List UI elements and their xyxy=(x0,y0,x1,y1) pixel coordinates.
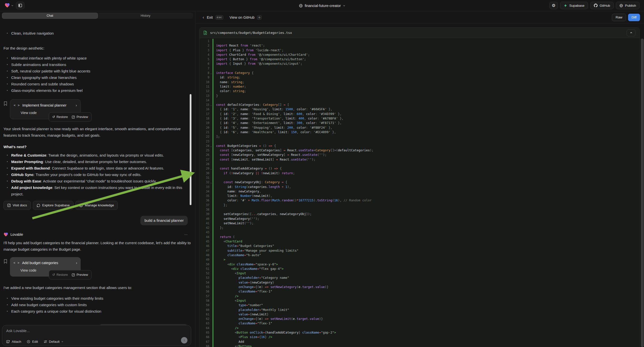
bullet-item: Clean, intuitive navigation xyxy=(4,30,192,36)
chevron-left-icon[interactable]: ‹ xyxy=(203,15,204,20)
lovable-logo-menu[interactable] xyxy=(4,3,14,8)
code-line: 55 onChange={(e) => setNewCategory(e.tar… xyxy=(200,285,640,289)
chevron-right-icon[interactable]: › xyxy=(76,102,77,108)
chat-history-tabs: Chat History xyxy=(2,13,193,19)
chevron-right-icon[interactable]: › xyxy=(76,260,77,266)
restore-button[interactable]: ↺Restore xyxy=(52,272,68,278)
sliders-icon xyxy=(44,340,47,344)
code-line: 28 xyxy=(200,162,640,166)
code-line: 30 if (!newCategory || !newLimit) return… xyxy=(200,171,640,176)
chat-messages[interactable]: Clean, intuitive navigation For the desi… xyxy=(0,30,195,347)
version-card-row: < > Add budget categories › View code ↺R… xyxy=(4,257,192,278)
raw-button[interactable]: Raw xyxy=(612,14,626,21)
code-line: 43 xyxy=(200,230,640,234)
restore-preview-pill: ↺Restore Preview xyxy=(49,112,92,122)
code-line: 60 placeholder="Monthly limit" xyxy=(200,308,640,312)
project-switcher[interactable]: financial-future-creator xyxy=(299,0,345,11)
code-line: 35 limit: Number(newLimit), xyxy=(200,194,640,198)
code-line: 54 value={newCategory} xyxy=(200,280,640,285)
assistant-header: Lovable ⋯ xyxy=(4,231,192,238)
whats-next-heading: What's next? xyxy=(4,144,192,150)
code-line: 39 setCategories([...categories, newCate… xyxy=(200,212,640,216)
view-on-github-link[interactable]: View on GitHub xyxy=(230,16,254,20)
edit-button[interactable]: Edit xyxy=(27,340,38,344)
assistant-paragraph: I've added a new budget categories manag… xyxy=(4,284,192,291)
code-line: 68 </Button> xyxy=(200,344,640,347)
assistant-paragraph: Your sleek financial planner is now read… xyxy=(4,126,192,139)
next-step-item: Refine & Customize: Tweak the design, an… xyxy=(4,152,192,158)
esc-kbd-badge: esc xyxy=(216,15,223,20)
chat-scrollbar[interactable] xyxy=(190,94,192,205)
code-line: 46 title="Budget Categories" xyxy=(200,244,640,248)
restore-button[interactable]: ↺Restore xyxy=(52,114,68,120)
code-line: 5import { Button } from '@/components/ui… xyxy=(200,57,640,62)
exit-button[interactable]: Exit xyxy=(207,16,213,20)
code-line: 52 <Input xyxy=(200,271,640,276)
code-line: 7 xyxy=(200,66,640,71)
settings-button[interactable]: ⚙ xyxy=(550,2,558,9)
publish-button[interactable]: Publish xyxy=(616,2,640,9)
code-line: 34 name: newCategory, xyxy=(200,189,640,194)
g-kbd-badge: G xyxy=(257,15,262,20)
composer-input[interactable]: Ask Lovable... xyxy=(6,328,187,333)
code-line: 36 color: '#' + Math.floor(Math.random()… xyxy=(200,198,640,202)
attach-button[interactable]: Attach xyxy=(6,340,21,344)
code-line: 66 <Plus size={16} /> xyxy=(200,335,640,339)
preview-button[interactable]: Preview xyxy=(72,272,88,278)
code-line: 24⌄const BudgetCategories = () => { xyxy=(200,144,640,148)
publish-label: Publish xyxy=(625,4,636,8)
chevron-down-icon xyxy=(61,340,64,343)
github-button[interactable]: GitHub xyxy=(590,2,614,9)
code-line: 18 { id: '3', name: 'Transportation', li… xyxy=(200,116,640,121)
file-path: src/components/budget/BudgetCategories.t… xyxy=(210,31,292,34)
code-line: 32⌄ const newCategoryObj: Category = { xyxy=(200,180,640,184)
message-menu-icon[interactable]: ⋯ xyxy=(184,231,192,238)
chevron-down-icon xyxy=(343,4,345,7)
code-line: 59 type="number" xyxy=(200,303,640,308)
globe-icon xyxy=(619,4,623,8)
code-line: 57 /> xyxy=(200,294,640,298)
target-icon xyxy=(27,340,30,344)
file-header[interactable]: src/components/budget/BudgetCategories.t… xyxy=(200,28,640,38)
bookmark-icon[interactable] xyxy=(4,101,8,106)
code-scrollbar[interactable] xyxy=(641,38,644,347)
tab-chat[interactable]: Chat xyxy=(2,13,98,19)
lovable-heart-icon xyxy=(4,232,8,237)
code-line: 64 /> xyxy=(200,326,640,330)
tab-history[interactable]: History xyxy=(98,13,193,19)
diff-button[interactable]: Diff xyxy=(628,14,640,21)
bullet-item: Glass-morphic elements for a premium fee… xyxy=(4,87,192,94)
code-editor[interactable]: 12import React from 'react';3import { Pl… xyxy=(200,38,640,347)
attach-image-icon xyxy=(6,340,10,344)
supabase-button[interactable]: Supabase xyxy=(560,2,588,9)
restore-icon: ↺ xyxy=(52,114,55,120)
manage-knowledge-button[interactable]: Manage knowledge xyxy=(76,201,118,210)
bookmark-icon[interactable] xyxy=(4,259,8,264)
code-line: 9 id: string; xyxy=(200,75,640,80)
code-line: 22]; xyxy=(200,134,640,139)
next-step-item: Debug with Ease: Activate our experiment… xyxy=(4,178,192,184)
send-button[interactable]: ↑ xyxy=(181,337,188,344)
fold-chevron-icon: ⌄ xyxy=(210,167,212,171)
explore-supabase-button[interactable]: Explore Supabase xyxy=(33,201,74,210)
visit-docs-button[interactable]: Visit docs xyxy=(4,201,31,210)
code-line: 53 placeholder="Category name" xyxy=(200,276,640,280)
fold-chevron-icon: ⌄ xyxy=(210,180,212,185)
mode-selector[interactable]: Default xyxy=(44,340,64,344)
github-label: GitHub xyxy=(600,4,610,8)
supabase-icon xyxy=(564,4,567,8)
code-line: 20 { id: '5', name: 'Shopping', limit: 2… xyxy=(200,126,640,130)
code-line: 14 xyxy=(200,98,640,102)
code-line: 67 Add xyxy=(200,340,640,344)
github-icon xyxy=(594,4,598,8)
user-message-chip: build a financial planner xyxy=(140,216,188,225)
chat-composer[interactable]: Ask Lovable... Attach Edit Default ↑ xyxy=(2,325,191,346)
sidebar-toggle-button[interactable] xyxy=(16,2,24,9)
assistant-paragraph: I'll help you add budget categories to t… xyxy=(4,240,192,253)
bullet-item: Rounded corners and subtle shadows xyxy=(4,81,192,87)
collapse-button[interactable] xyxy=(626,29,636,36)
next-step-item: Master Prompting: Use clear, detailed, a… xyxy=(4,158,192,165)
next-step-item: GitHub Sync: Transfer your project's cod… xyxy=(4,172,192,178)
preview-button[interactable]: Preview xyxy=(72,114,88,120)
code-line: 10 name: string; xyxy=(200,80,640,84)
